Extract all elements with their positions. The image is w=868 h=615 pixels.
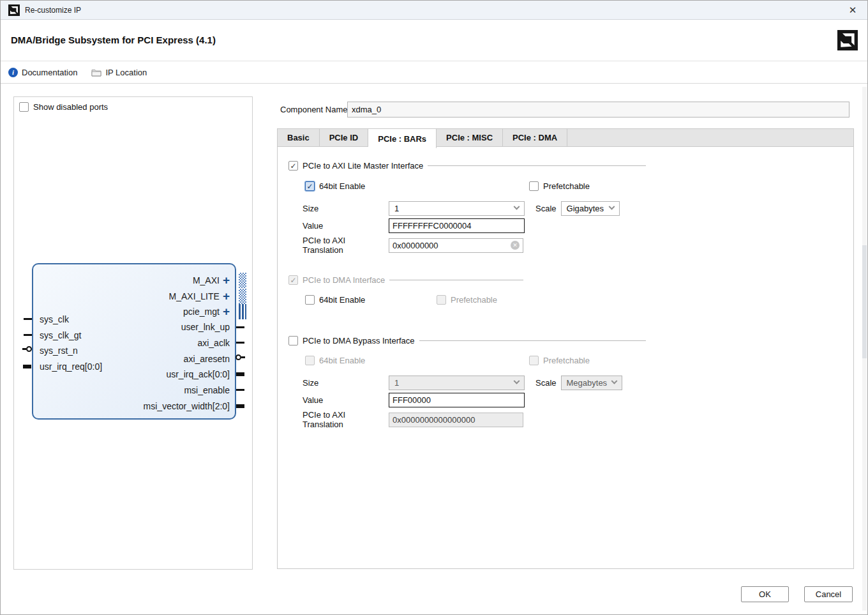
- interface-badge-dashed-m-axi-lite: [239, 289, 246, 304]
- documentation-button[interactable]: i Documentation: [8, 68, 77, 77]
- axi-lite-prefetchable-row: ✓ Prefetchable: [529, 181, 590, 191]
- bypass-value-label: Value: [303, 395, 384, 405]
- amd-app-icon: [8, 4, 20, 16]
- axi-lite-scale-select[interactable]: Gigabytes: [561, 201, 620, 216]
- bypass-translation-input: [389, 413, 523, 427]
- bypass-prefetchable-label: Prefetchable: [543, 356, 590, 365]
- ip-symbol-panel: ✓ Show disabled ports M_AXI+ M_AXI_LITE+…: [13, 96, 253, 570]
- bypass-translation-label: PCIe to AXI Translation: [303, 410, 384, 429]
- expand-plus-icon[interactable]: +: [223, 307, 230, 316]
- section-axi-lite-title: PCIe to AXI Lite Master Interface: [303, 161, 423, 171]
- folder-icon: [91, 68, 101, 77]
- pcie-dma-checkbox: ✓: [288, 275, 298, 285]
- section-divider: [419, 340, 646, 341]
- dialog-toolbar: i Documentation IP Location: [1, 62, 868, 84]
- component-name-input[interactable]: [347, 102, 849, 118]
- bypass-64bit-row: ✓ 64bit Enable: [305, 356, 365, 365]
- bypass-size-select: 1: [389, 376, 525, 390]
- pin-stub-msi-enable: [236, 389, 244, 391]
- dma-64bit-enable-checkbox[interactable]: ✓: [305, 295, 315, 305]
- bypass-64bit-enable-label: 64bit Enable: [319, 356, 365, 365]
- axi-lite-translation-field[interactable]: ✕: [389, 238, 523, 253]
- pin-stub-axi-aclk: [236, 342, 244, 344]
- bypass-64bit-enable-checkbox: ✓: [305, 356, 315, 365]
- axi-lite-value-input[interactable]: [389, 218, 525, 233]
- page-title: DMA/Bridge Subsystem for PCI Express (4.…: [11, 34, 216, 45]
- ok-button[interactable]: OK: [741, 586, 789, 602]
- bypass-translation-row: PCIe to AXI Translation: [303, 410, 523, 429]
- cancel-button[interactable]: Cancel: [804, 586, 853, 602]
- section-dma-bypass-title: PCIe to DMA Bypass Interface: [303, 336, 415, 345]
- dma-64bit-enable-label: 64bit Enable: [319, 295, 365, 305]
- section-dma-bypass-header: ✓ PCIe to DMA Bypass Interface: [288, 336, 646, 345]
- expand-plus-icon[interactable]: +: [223, 292, 230, 301]
- axi-lite-64bit-enable-checkbox[interactable]: ✓: [305, 181, 315, 191]
- tab-pcie-id[interactable]: PCIe ID: [320, 129, 369, 146]
- pin-stub-sys-rst-n-inverted: [22, 346, 32, 352]
- tab-pcie-misc[interactable]: PCIe : MISC: [437, 129, 503, 146]
- dma-prefetchable-label: Prefetchable: [451, 295, 497, 305]
- chevron-down-icon: [611, 378, 617, 384]
- port-m-axi-lite[interactable]: M_AXI_LITE+: [169, 290, 230, 303]
- axi-lite-translation-row: PCIe to AXI Translation ✕: [303, 236, 523, 255]
- pcie-bars-tab-panel: ✓ PCIe to AXI Lite Master Interface ✓ 64…: [277, 146, 854, 569]
- component-name-label: Component Name: [280, 105, 348, 114]
- section-divider: [389, 280, 523, 280]
- port-axi-aresetn: axi_aresetn: [184, 353, 230, 365]
- axi-lite-value-row: Value: [303, 218, 525, 233]
- scrollbar-thumb[interactable]: [862, 245, 867, 358]
- ip-block-diagram: M_AXI+ M_AXI_LITE+ pcie_mgt+ user_lnk_up…: [32, 263, 236, 420]
- pcie-axi-lite-checkbox[interactable]: ✓: [288, 161, 298, 171]
- port-usr-irq-ack: usr_irq_ack[0:0]: [166, 368, 230, 381]
- port-pcie-mgt[interactable]: pcie_mgt+: [183, 305, 230, 318]
- port-sys-rst-n: sys_rst_n: [40, 344, 78, 357]
- bypass-scale-select: Megabytes: [561, 376, 622, 390]
- expand-plus-icon[interactable]: +: [223, 276, 230, 285]
- axi-lite-translation-input[interactable]: [393, 241, 511, 250]
- ip-location-label: IP Location: [105, 68, 147, 77]
- clear-icon[interactable]: ✕: [511, 241, 520, 250]
- pin-stub-sys-clk: [24, 318, 32, 320]
- port-user-lnk-up: user_lnk_up: [181, 321, 230, 333]
- title-bar: Re-customize IP ✕: [1, 1, 868, 20]
- dma-prefetchable-row: ✓ Prefetchable: [437, 295, 497, 305]
- tab-bar: Basic PCIe ID PCIe : BARs PCIe : MISC PC…: [277, 128, 854, 146]
- ip-location-button[interactable]: IP Location: [91, 68, 147, 77]
- axi-lite-64bit-row: ✓ 64bit Enable: [305, 181, 365, 191]
- pin-stub-usr-irq-req-bus: [23, 365, 31, 368]
- port-m-axi[interactable]: M_AXI+: [193, 274, 230, 287]
- axi-lite-translation-label: PCIe to AXI Translation: [303, 236, 384, 255]
- axi-lite-size-select[interactable]: 1: [389, 201, 525, 216]
- axi-lite-value-label: Value: [303, 221, 384, 231]
- section-dma-title: PCIe to DMA Interface: [303, 275, 385, 285]
- bypass-size-label: Size: [303, 378, 384, 388]
- show-disabled-ports-checkbox[interactable]: ✓: [19, 102, 29, 112]
- dma-64bit-row: ✓ 64bit Enable: [305, 295, 365, 305]
- pin-stub-sys-clk-gt: [24, 334, 32, 336]
- tab-pcie-dma[interactable]: PCIe : DMA: [503, 129, 567, 146]
- info-icon: i: [8, 68, 18, 77]
- dialog-header: DMA/Bridge Subsystem for PCI Express (4.…: [1, 20, 868, 61]
- bypass-value-input[interactable]: [389, 393, 525, 407]
- bypass-prefetchable-checkbox: ✓: [529, 356, 539, 365]
- pin-stub-msi-vector-width-bus: [236, 404, 244, 408]
- show-disabled-ports-label: Show disabled ports: [33, 102, 108, 112]
- pin-stub-user-lnk-up: [236, 326, 244, 328]
- bypass-scale-label: Scale: [535, 378, 557, 388]
- axi-lite-size-label: Size: [303, 204, 384, 213]
- axi-lite-prefetchable-label: Prefetchable: [543, 181, 590, 191]
- port-sys-clk: sys_clk: [40, 313, 69, 326]
- section-axi-lite-header: ✓ PCIe to AXI Lite Master Interface: [288, 161, 646, 171]
- axi-lite-64bit-enable-label: 64bit Enable: [319, 181, 365, 191]
- window-title: Re-customize IP: [25, 6, 81, 15]
- bypass-size-row: Size 1 Scale Megabytes: [303, 376, 634, 390]
- tab-pcie-bars[interactable]: PCIe : BARs: [368, 129, 437, 148]
- documentation-label: Documentation: [22, 68, 77, 77]
- tab-basic[interactable]: Basic: [278, 129, 320, 146]
- close-icon[interactable]: ✕: [846, 3, 860, 17]
- axi-lite-prefetchable-checkbox[interactable]: ✓: [529, 181, 539, 191]
- xilinx-amd-logo: [837, 30, 858, 50]
- section-divider: [428, 165, 646, 166]
- pcie-dma-bypass-checkbox[interactable]: ✓: [288, 336, 298, 345]
- chevron-down-icon: [608, 204, 615, 210]
